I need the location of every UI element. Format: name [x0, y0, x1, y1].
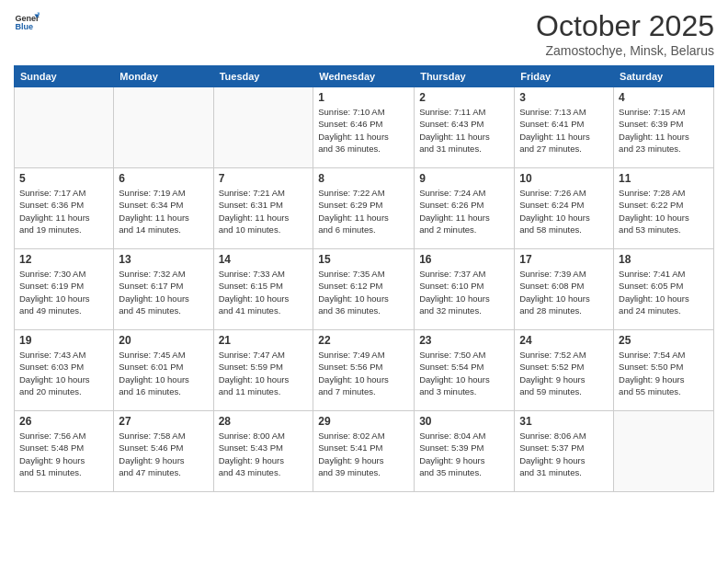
day-info: Sunrise: 7:13 AM Sunset: 6:41 PM Dayligh…: [519, 106, 609, 155]
day-info: Sunrise: 7:54 AM Sunset: 5:50 PM Dayligh…: [619, 349, 709, 397]
day-number: 19: [19, 334, 108, 347]
calendar-cell: [614, 411, 714, 492]
calendar-week-row: 19Sunrise: 7:43 AM Sunset: 6:03 PM Dayli…: [15, 330, 714, 411]
calendar-cell: 3Sunrise: 7:13 AM Sunset: 6:41 PM Daylig…: [515, 87, 614, 168]
weekday-header-sunday: Sunday: [15, 66, 114, 87]
day-number: 26: [19, 415, 108, 428]
day-number: 5: [19, 172, 108, 185]
day-number: 2: [419, 91, 509, 104]
day-info: Sunrise: 7:43 AM Sunset: 6:03 PM Dayligh…: [19, 349, 108, 397]
calendar-cell: 27Sunrise: 7:58 AM Sunset: 5:46 PM Dayli…: [114, 411, 213, 492]
day-info: Sunrise: 7:21 AM Sunset: 6:31 PM Dayligh…: [219, 187, 309, 236]
day-number: 22: [318, 334, 409, 347]
weekday-header-thursday: Thursday: [415, 66, 515, 87]
day-number: 4: [619, 91, 709, 104]
calendar-cell: 18Sunrise: 7:41 AM Sunset: 6:05 PM Dayli…: [614, 249, 714, 330]
calendar-cell: 19Sunrise: 7:43 AM Sunset: 6:03 PM Dayli…: [15, 330, 114, 411]
calendar-cell: 12Sunrise: 7:30 AM Sunset: 6:19 PM Dayli…: [15, 249, 114, 330]
calendar-cell: 22Sunrise: 7:49 AM Sunset: 5:56 PM Dayli…: [313, 330, 415, 411]
calendar-cell: 8Sunrise: 7:22 AM Sunset: 6:29 PM Daylig…: [313, 168, 415, 249]
calendar-table: SundayMondayTuesdayWednesdayThursdayFrid…: [14, 65, 714, 492]
calendar-cell: 16Sunrise: 7:37 AM Sunset: 6:10 PM Dayli…: [415, 249, 515, 330]
day-number: 14: [219, 253, 309, 266]
day-info: Sunrise: 7:32 AM Sunset: 6:17 PM Dayligh…: [119, 268, 208, 316]
day-number: 8: [318, 172, 409, 185]
calendar-cell: 31Sunrise: 8:06 AM Sunset: 5:37 PM Dayli…: [515, 411, 614, 492]
day-info: Sunrise: 7:26 AM Sunset: 6:24 PM Dayligh…: [519, 187, 609, 236]
day-info: Sunrise: 7:50 AM Sunset: 5:54 PM Dayligh…: [419, 349, 509, 397]
calendar-cell: 24Sunrise: 7:52 AM Sunset: 5:52 PM Dayli…: [515, 330, 614, 411]
calendar-cell: 2Sunrise: 7:11 AM Sunset: 6:43 PM Daylig…: [415, 87, 515, 168]
calendar-cell: 6Sunrise: 7:19 AM Sunset: 6:34 PM Daylig…: [114, 168, 213, 249]
day-info: Sunrise: 7:56 AM Sunset: 5:48 PM Dayligh…: [19, 430, 108, 478]
calendar-week-row: 1Sunrise: 7:10 AM Sunset: 6:46 PM Daylig…: [15, 87, 714, 168]
day-info: Sunrise: 7:24 AM Sunset: 6:26 PM Dayligh…: [419, 187, 509, 236]
weekday-header-saturday: Saturday: [614, 66, 714, 87]
calendar-cell: 28Sunrise: 8:00 AM Sunset: 5:43 PM Dayli…: [213, 411, 313, 492]
month-title: October 2025: [536, 9, 714, 43]
weekday-header-monday: Monday: [114, 66, 213, 87]
calendar-cell: 4Sunrise: 7:15 AM Sunset: 6:39 PM Daylig…: [614, 87, 714, 168]
calendar-cell: 29Sunrise: 8:02 AM Sunset: 5:41 PM Dayli…: [313, 411, 415, 492]
location-subtitle: Zamostochye, Minsk, Belarus: [536, 43, 714, 58]
weekday-header-friday: Friday: [515, 66, 614, 87]
calendar-cell: 20Sunrise: 7:45 AM Sunset: 6:01 PM Dayli…: [114, 330, 213, 411]
calendar-week-row: 26Sunrise: 7:56 AM Sunset: 5:48 PM Dayli…: [15, 411, 714, 492]
calendar-cell: 9Sunrise: 7:24 AM Sunset: 6:26 PM Daylig…: [415, 168, 515, 249]
day-info: Sunrise: 8:04 AM Sunset: 5:39 PM Dayligh…: [419, 430, 509, 478]
day-number: 31: [519, 415, 609, 428]
day-number: 29: [318, 415, 409, 428]
calendar-cell: [213, 87, 313, 168]
day-info: Sunrise: 8:02 AM Sunset: 5:41 PM Dayligh…: [318, 430, 409, 478]
day-number: 11: [619, 172, 709, 185]
calendar-header-row: SundayMondayTuesdayWednesdayThursdayFrid…: [15, 66, 714, 87]
day-info: Sunrise: 7:47 AM Sunset: 5:59 PM Dayligh…: [219, 349, 309, 397]
day-info: Sunrise: 7:35 AM Sunset: 6:12 PM Dayligh…: [318, 268, 409, 316]
day-number: 30: [419, 415, 509, 428]
calendar-cell: 7Sunrise: 7:21 AM Sunset: 6:31 PM Daylig…: [213, 168, 313, 249]
calendar-cell: [15, 87, 114, 168]
day-info: Sunrise: 7:22 AM Sunset: 6:29 PM Dayligh…: [318, 187, 409, 236]
day-info: Sunrise: 7:33 AM Sunset: 6:15 PM Dayligh…: [219, 268, 309, 316]
day-number: 9: [419, 172, 509, 185]
svg-text:Blue: Blue: [15, 22, 33, 31]
calendar-cell: 1Sunrise: 7:10 AM Sunset: 6:46 PM Daylig…: [313, 87, 415, 168]
calendar-cell: 26Sunrise: 7:56 AM Sunset: 5:48 PM Dayli…: [15, 411, 114, 492]
day-info: Sunrise: 7:30 AM Sunset: 6:19 PM Dayligh…: [19, 268, 108, 316]
day-number: 25: [619, 334, 709, 347]
day-info: Sunrise: 7:37 AM Sunset: 6:10 PM Dayligh…: [419, 268, 509, 316]
day-info: Sunrise: 8:00 AM Sunset: 5:43 PM Dayligh…: [219, 430, 309, 478]
day-info: Sunrise: 7:19 AM Sunset: 6:34 PM Dayligh…: [119, 187, 208, 236]
calendar-cell: 30Sunrise: 8:04 AM Sunset: 5:39 PM Dayli…: [415, 411, 515, 492]
day-info: Sunrise: 7:41 AM Sunset: 6:05 PM Dayligh…: [619, 268, 709, 316]
day-info: Sunrise: 7:15 AM Sunset: 6:39 PM Dayligh…: [619, 106, 709, 155]
calendar-cell: 14Sunrise: 7:33 AM Sunset: 6:15 PM Dayli…: [213, 249, 313, 330]
day-number: 28: [219, 415, 309, 428]
day-info: Sunrise: 7:49 AM Sunset: 5:56 PM Dayligh…: [318, 349, 409, 397]
calendar-week-row: 5Sunrise: 7:17 AM Sunset: 6:36 PM Daylig…: [15, 168, 714, 249]
day-number: 6: [119, 172, 208, 185]
calendar-cell: 13Sunrise: 7:32 AM Sunset: 6:17 PM Dayli…: [114, 249, 213, 330]
calendar-cell: 10Sunrise: 7:26 AM Sunset: 6:24 PM Dayli…: [515, 168, 614, 249]
calendar-cell: 17Sunrise: 7:39 AM Sunset: 6:08 PM Dayli…: [515, 249, 614, 330]
day-number: 17: [519, 253, 609, 266]
day-number: 3: [519, 91, 609, 104]
calendar-cell: 23Sunrise: 7:50 AM Sunset: 5:54 PM Dayli…: [415, 330, 515, 411]
day-info: Sunrise: 7:10 AM Sunset: 6:46 PM Dayligh…: [318, 106, 409, 155]
day-number: 13: [119, 253, 208, 266]
day-number: 23: [419, 334, 509, 347]
day-number: 24: [519, 334, 609, 347]
day-number: 16: [419, 253, 509, 266]
day-info: Sunrise: 7:11 AM Sunset: 6:43 PM Dayligh…: [419, 106, 509, 155]
day-info: Sunrise: 8:06 AM Sunset: 5:37 PM Dayligh…: [519, 430, 609, 478]
day-info: Sunrise: 7:39 AM Sunset: 6:08 PM Dayligh…: [519, 268, 609, 316]
day-info: Sunrise: 7:17 AM Sunset: 6:36 PM Dayligh…: [19, 187, 108, 236]
day-number: 1: [318, 91, 409, 104]
logo: General Blue: [14, 9, 43, 35]
day-number: 27: [119, 415, 208, 428]
day-number: 7: [219, 172, 309, 185]
day-number: 21: [219, 334, 309, 347]
day-number: 12: [19, 253, 108, 266]
calendar-week-row: 12Sunrise: 7:30 AM Sunset: 6:19 PM Dayli…: [15, 249, 714, 330]
day-info: Sunrise: 7:45 AM Sunset: 6:01 PM Dayligh…: [119, 349, 208, 397]
